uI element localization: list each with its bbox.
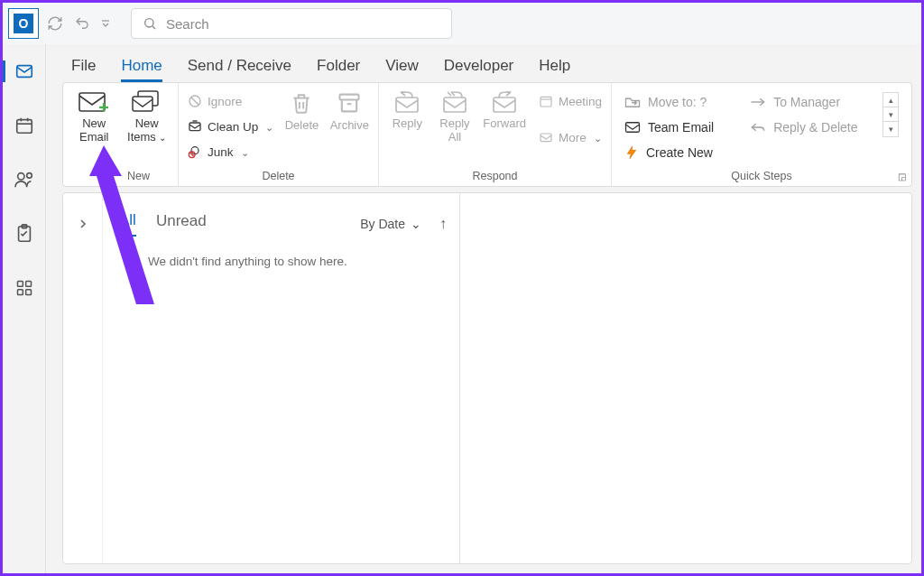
archive-button[interactable]: Archive (330, 88, 369, 133)
junk-button[interactable]: Junk (188, 141, 273, 163)
qat-dropdown-icon[interactable] (98, 13, 113, 34)
search-input[interactable] (166, 16, 440, 32)
empty-message: We didn't find anything to show here. (119, 238, 447, 268)
rail-people[interactable] (3, 165, 46, 194)
svg-rect-14 (17, 290, 23, 295)
menu-home[interactable]: Home (121, 57, 162, 82)
qs-team-email[interactable]: Team Email (624, 117, 714, 137)
rail-apps[interactable] (3, 274, 46, 302)
sort-direction-icon[interactable]: ↑ (439, 216, 447, 232)
svg-rect-15 (25, 290, 31, 295)
svg-rect-20 (133, 97, 152, 111)
svg-rect-36 (541, 134, 551, 142)
qs-move-to[interactable]: Move to: ? (624, 92, 714, 112)
svg-rect-13 (25, 282, 31, 287)
svg-rect-33 (494, 98, 515, 112)
more-label: More (559, 131, 587, 144)
svg-rect-31 (396, 98, 418, 112)
junk-label: Junk (208, 145, 234, 159)
group-label-delete: Delete (179, 170, 378, 182)
delete-label: Delete (285, 119, 319, 133)
ignore-button[interactable]: Ignore (188, 90, 273, 112)
reply-icon (394, 90, 420, 114)
forward-button[interactable]: Forward (483, 88, 526, 131)
search-box[interactable] (131, 8, 452, 39)
folder-pane-collapse[interactable] (63, 193, 103, 563)
meeting-label: Meeting (559, 95, 602, 108)
reply-label: Reply (393, 117, 422, 131)
meeting-button[interactable]: Meeting (539, 90, 602, 112)
qs-scroll-controls[interactable]: ▴ ▾ ▾ (882, 92, 899, 137)
reading-pane (460, 193, 911, 563)
sort-label: By Date (360, 217, 405, 231)
reply-all-icon (442, 90, 467, 114)
rail-tasks[interactable] (3, 219, 46, 248)
qs-reply-delete-label: Reply & Delete (773, 120, 857, 135)
svg-point-1 (145, 19, 153, 27)
svg-rect-37 (626, 123, 640, 133)
delete-button[interactable]: Delete (282, 88, 320, 133)
svg-rect-4 (16, 120, 32, 134)
tab-unread[interactable]: Unread (156, 212, 207, 236)
qs-down-icon[interactable]: ▾ (883, 107, 898, 122)
left-rail (3, 44, 46, 573)
folder-arrow-icon (624, 96, 641, 108)
cleanup-icon (188, 119, 202, 134)
quicksteps-launcher-icon[interactable]: ◲ (895, 170, 908, 182)
ribbon-group-respond: Reply Reply All Forward Meeting More (379, 83, 612, 186)
rail-calendar[interactable] (3, 111, 46, 140)
reply-all-button[interactable]: Reply All (436, 88, 475, 144)
menu-file[interactable]: File (71, 57, 96, 82)
svg-point-9 (26, 173, 32, 179)
qs-to-manager[interactable]: To Manager (750, 92, 857, 112)
menu-view[interactable]: View (385, 57, 419, 82)
sort-button[interactable]: By Date ⌄ ↑ (360, 216, 447, 232)
title-bar: O (3, 3, 921, 44)
qs-create-new[interactable]: Create New (624, 143, 714, 163)
qs-move-to-label: Move to: ? (648, 95, 707, 109)
calendar-icon (14, 116, 34, 135)
content-area: All Unread By Date ⌄ ↑ We didn't find an… (62, 192, 912, 564)
ribbon: New Email New Items ⌄ New Ignore (62, 82, 912, 187)
reply-arrow-icon (750, 122, 766, 133)
more-respond-button[interactable]: More (539, 126, 602, 148)
mail-icon (14, 61, 34, 81)
qs-to-manager-label: To Manager (773, 95, 840, 109)
meeting-icon (539, 94, 553, 108)
menu-help[interactable]: Help (539, 57, 570, 82)
mail-icon (624, 121, 641, 134)
svg-rect-32 (444, 98, 466, 112)
rail-mail[interactable] (3, 57, 46, 86)
new-items-button[interactable]: New Items ⌄ (125, 88, 170, 144)
svg-rect-12 (17, 282, 23, 287)
cleanup-button[interactable]: Clean Up (188, 116, 273, 137)
qs-expand-icon[interactable]: ▾ (883, 122, 898, 136)
search-icon (143, 16, 157, 31)
menu-bar: File Home Send / Receive Folder View Dev… (46, 44, 921, 82)
cleanup-label: Clean Up (208, 120, 258, 134)
outlook-logo: O (8, 8, 39, 39)
sync-icon[interactable] (44, 13, 66, 34)
menu-send-receive[interactable]: Send / Receive (188, 57, 291, 82)
forward-label: Forward (483, 117, 526, 131)
undo-icon[interactable] (71, 13, 93, 34)
new-items-label: New Items ⌄ (125, 117, 170, 144)
people-icon (14, 170, 35, 190)
new-email-button[interactable]: New Email (72, 88, 116, 144)
archive-label: Archive (330, 119, 369, 133)
svg-rect-34 (541, 97, 551, 107)
delete-icon (290, 90, 313, 116)
chevron-right-icon (78, 218, 88, 229)
menu-developer[interactable]: Developer (444, 57, 514, 82)
menu-folder[interactable]: Folder (317, 57, 360, 82)
new-email-label: New Email (72, 117, 116, 144)
tab-all[interactable]: All (119, 211, 136, 237)
new-email-icon (79, 90, 109, 114)
qs-up-icon[interactable]: ▴ (883, 93, 898, 107)
reply-button[interactable]: Reply (388, 88, 427, 131)
chevron-down-icon: ⌄ (411, 217, 421, 231)
ribbon-group-new: New Email New Items ⌄ New (63, 83, 179, 186)
qs-reply-delete[interactable]: Reply & Delete (750, 117, 857, 137)
lightning-icon (624, 145, 639, 160)
ribbon-group-quicksteps: Move to: ? Team Email Create New To Mana… (612, 83, 911, 186)
